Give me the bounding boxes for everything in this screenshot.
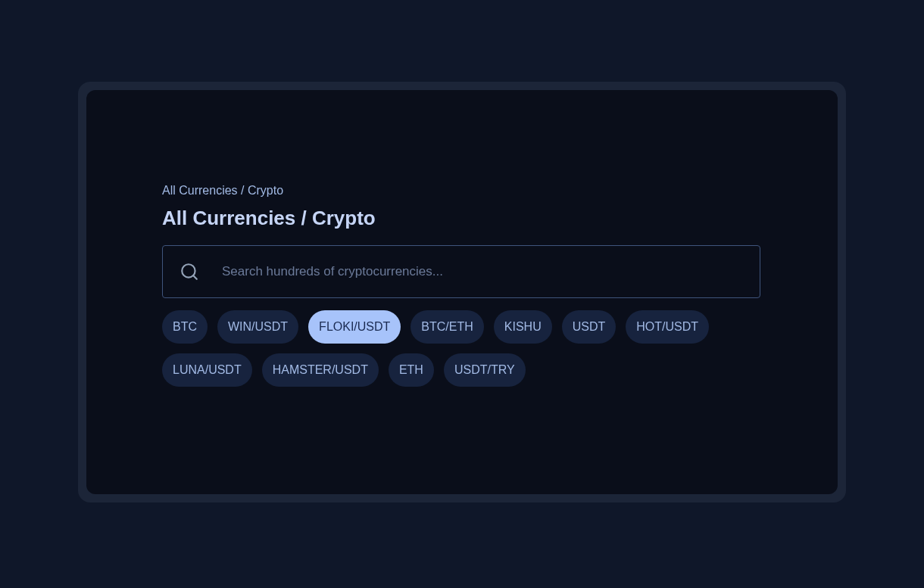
card-inner: All Currencies / Crypto All Currencies /… xyxy=(86,90,838,494)
chip-usdt[interactable]: USDT xyxy=(562,310,617,344)
chip-win-usdt[interactable]: WIN/USDT xyxy=(217,310,298,344)
chips-container: BTCWIN/USDTFLOKI/USDTBTC/ETHKISHUUSDTHOT… xyxy=(162,310,760,387)
chip-floki-usdt[interactable]: FLOKI/USDT xyxy=(308,310,401,344)
chip-btc[interactable]: BTC xyxy=(162,310,208,344)
chip-btc-eth[interactable]: BTC/ETH xyxy=(410,310,483,344)
card-outer: All Currencies / Crypto All Currencies /… xyxy=(78,82,846,502)
chip-hamster-usdt[interactable]: HAMSTER/USDT xyxy=(262,353,379,387)
chip-luna-usdt[interactable]: LUNA/USDT xyxy=(162,353,252,387)
svg-line-1 xyxy=(193,275,197,279)
search-wrapper[interactable] xyxy=(162,245,760,298)
chip-kishu[interactable]: KISHU xyxy=(494,310,552,344)
search-icon xyxy=(179,262,199,282)
search-input[interactable] xyxy=(222,264,743,279)
page-title: All Currencies / Crypto xyxy=(162,207,762,230)
chip-usdt-try[interactable]: USDT/TRY xyxy=(444,353,526,387)
chip-eth[interactable]: ETH xyxy=(389,353,434,387)
chip-hot-usdt[interactable]: HOT/USDT xyxy=(626,310,709,344)
breadcrumb[interactable]: All Currencies / Crypto xyxy=(162,184,762,198)
